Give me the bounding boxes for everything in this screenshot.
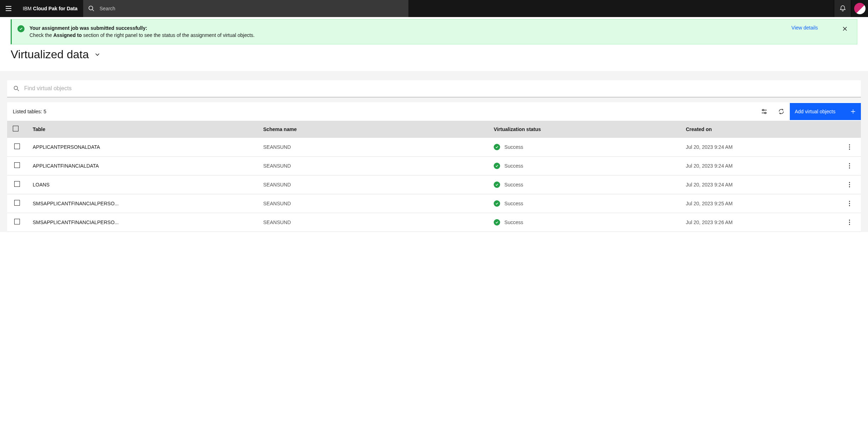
cell-schema: SEANSUND: [258, 156, 488, 175]
row-select-cell: [7, 175, 27, 194]
content-area: Listed tables: 5 Add virtual objects Tab…: [0, 71, 868, 232]
cell-status: Success: [488, 175, 680, 194]
cell-created: Jul 20, 2023 9:24 AM: [680, 156, 838, 175]
col-header-table[interactable]: Table: [27, 121, 258, 138]
status-success-icon: [494, 219, 500, 226]
row-select-cell: [7, 138, 27, 157]
overflow-icon: [849, 144, 850, 150]
svg-point-7: [849, 163, 850, 164]
svg-point-8: [849, 165, 850, 166]
table-row: SMSAPPLICANTFINANCIALPERSO... SEANSUND S…: [7, 194, 861, 213]
table-toolbar: Listed tables: 5 Add virtual objects: [7, 102, 861, 121]
bell-icon: [839, 5, 846, 12]
actions-header: [838, 121, 861, 138]
page-title: Virtualized data: [11, 48, 89, 61]
svg-point-2: [762, 109, 764, 111]
add-virtual-objects-button[interactable]: Add virtual objects: [790, 103, 861, 120]
notification-body: Your assignment job was submitted succes…: [30, 25, 787, 39]
row-checkbox[interactable]: [14, 181, 20, 187]
cell-table: SMSAPPLICANTFINANCIALPERSO...: [27, 213, 258, 232]
search-icon: [88, 5, 95, 12]
status-success-icon: [494, 181, 500, 188]
row-overflow-menu[interactable]: [844, 160, 855, 172]
row-overflow-menu[interactable]: [844, 198, 855, 209]
col-header-status[interactable]: Virtualization status: [488, 121, 680, 138]
status-label: Success: [504, 201, 523, 206]
global-header: IBM Cloud Pak for Data: [0, 0, 868, 17]
row-checkbox[interactable]: [14, 219, 20, 224]
menu-button[interactable]: [0, 0, 17, 17]
refresh-icon: [778, 108, 784, 115]
notifications-button[interactable]: [834, 0, 851, 17]
svg-point-11: [849, 184, 850, 185]
cell-created: Jul 20, 2023 9:24 AM: [680, 175, 838, 194]
status-success-icon: [494, 163, 500, 169]
view-details-link[interactable]: View details: [792, 25, 818, 32]
status-label: Success: [504, 163, 523, 169]
cell-schema: SEANSUND: [258, 138, 488, 157]
overflow-icon: [849, 163, 850, 169]
svg-point-10: [849, 182, 850, 183]
status-label: Success: [504, 219, 523, 225]
svg-point-13: [849, 201, 850, 202]
close-notification-button[interactable]: [841, 25, 849, 33]
brand-prefix: IBM: [23, 6, 33, 11]
cell-status: Success: [488, 138, 680, 157]
page-header: Virtualized data: [0, 44, 868, 71]
row-checkbox[interactable]: [14, 200, 20, 206]
svg-point-0: [89, 6, 93, 10]
filter-input[interactable]: [19, 85, 854, 92]
table-row: APPLICANTPERSONALDATA SEANSUND Success J…: [7, 138, 861, 157]
filter-search[interactable]: [7, 80, 861, 97]
header-actions: [834, 0, 868, 17]
svg-point-12: [849, 186, 850, 187]
settings-button[interactable]: [756, 103, 773, 120]
row-select-cell: [7, 194, 27, 213]
row-actions-cell: [838, 175, 861, 194]
cell-table: APPLICANTPERSONALDATA: [27, 138, 258, 157]
overflow-icon: [849, 182, 850, 188]
refresh-button[interactable]: [773, 103, 790, 120]
col-header-schema[interactable]: Schema name: [258, 121, 488, 138]
svg-point-1: [14, 86, 18, 90]
row-actions-cell: [838, 213, 861, 232]
cell-schema: SEANSUND: [258, 175, 488, 194]
svg-point-15: [849, 205, 850, 206]
row-actions-cell: [838, 138, 861, 157]
select-all-checkbox[interactable]: [13, 126, 18, 131]
chevron-down-icon: [95, 51, 100, 57]
status-success-icon: [494, 200, 500, 207]
status-success-icon: [494, 144, 500, 150]
avatar: [854, 3, 866, 14]
svg-point-14: [849, 203, 850, 204]
close-icon: [842, 26, 848, 32]
svg-point-18: [849, 224, 850, 225]
col-header-created[interactable]: Created on: [680, 121, 838, 138]
cell-table: LOANS: [27, 175, 258, 194]
cell-schema: SEANSUND: [258, 213, 488, 232]
row-overflow-menu[interactable]: [844, 179, 855, 190]
user-menu[interactable]: [851, 0, 868, 17]
global-search[interactable]: [83, 0, 408, 17]
row-checkbox[interactable]: [14, 143, 20, 149]
cell-status: Success: [488, 213, 680, 232]
row-actions-cell: [838, 194, 861, 213]
cell-status: Success: [488, 156, 680, 175]
row-overflow-menu[interactable]: [844, 141, 855, 153]
hamburger-icon: [5, 5, 12, 12]
svg-point-17: [849, 222, 850, 223]
cell-table: APPLICANTFINANCIALDATA: [27, 156, 258, 175]
row-actions-cell: [838, 156, 861, 175]
cell-table: SMSAPPLICANTFINANCIALPERSO...: [27, 194, 258, 213]
add-button-label: Add virtual objects: [795, 109, 835, 114]
status-label: Success: [504, 144, 523, 150]
global-search-input[interactable]: [95, 6, 408, 11]
svg-point-3: [765, 112, 766, 114]
row-overflow-menu[interactable]: [844, 217, 855, 228]
cell-created: Jul 20, 2023 9:26 AM: [680, 213, 838, 232]
page-dropdown-toggle[interactable]: [95, 51, 100, 57]
row-checkbox[interactable]: [14, 162, 20, 168]
svg-point-4: [849, 144, 850, 145]
select-all-header: [7, 121, 27, 138]
overflow-icon: [849, 219, 850, 225]
